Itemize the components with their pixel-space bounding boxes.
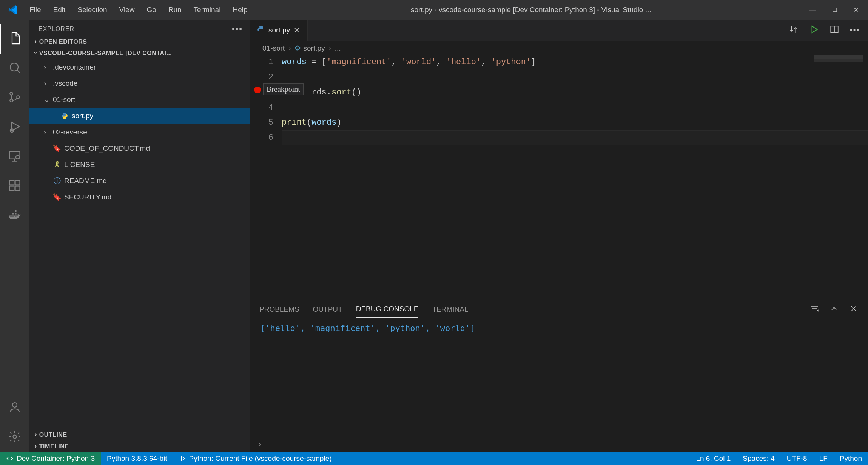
chevron-right-icon: › <box>35 443 37 450</box>
section-open-editors[interactable]: › OPEN EDITORS <box>29 36 250 48</box>
status-eol[interactable]: LF <box>813 452 834 465</box>
chevron-down-icon: ⌄ <box>44 95 50 104</box>
status-run-config[interactable]: Python: Current File (vscode-course-samp… <box>173 452 338 465</box>
tree-item-label: .vscode <box>53 79 77 88</box>
panel-filter-icon[interactable] <box>810 304 819 315</box>
tree-item-label: README.md <box>64 177 107 185</box>
panel-tab-output[interactable]: OUTPUT <box>313 301 342 317</box>
panel-close-icon[interactable] <box>849 304 858 315</box>
line-number-gutter: 123456 <box>250 55 282 145</box>
editor-more-icon[interactable]: ••• <box>850 26 860 34</box>
chevron-right-icon: › <box>259 440 261 448</box>
chevron-right-icon: › <box>288 44 291 53</box>
svg-rect-8 <box>15 180 20 185</box>
close-button[interactable]: ✕ <box>853 6 859 14</box>
status-cursor[interactable]: Ln 6, Col 1 <box>690 452 737 465</box>
run-file-icon[interactable] <box>809 25 819 36</box>
svg-point-3 <box>17 96 20 99</box>
status-language[interactable]: Python <box>834 452 868 465</box>
panel-tab-debug-console[interactable]: DEBUG CONSOLE <box>356 301 419 318</box>
breadcrumb-segment[interactable]: ... <box>335 44 341 53</box>
chevron-right-icon: › <box>44 128 50 136</box>
activity-bar <box>0 20 29 452</box>
status-python[interactable]: Python 3.8.3 64-bit <box>101 452 173 465</box>
status-encoding[interactable]: UTF-8 <box>781 452 813 465</box>
settings-gear-icon[interactable] <box>0 423 29 452</box>
sidebar-title: EXPLORER <box>39 26 74 32</box>
remote-explorer-icon[interactable] <box>0 142 29 171</box>
folder-01-sort[interactable]: ⌄01-sort <box>29 91 250 108</box>
sidebar-more-icon[interactable]: ••• <box>232 24 243 34</box>
chevron-right-icon: › <box>329 44 331 53</box>
section-outline[interactable]: › OUTLINE <box>29 429 250 440</box>
chevron-right-icon: › <box>44 63 50 71</box>
debug-console-output[interactable]: ['hello', 'magnificent', 'python', 'worl… <box>250 320 868 436</box>
sidebar-explorer: EXPLORER ••• › OPEN EDITORS › VSCODE-COU… <box>29 20 250 452</box>
breadcrumb-segment[interactable]: ⚙sort.py <box>294 44 325 53</box>
svg-point-11 <box>12 403 17 407</box>
section-workspace[interactable]: › VSCODE-COURSE-SAMPLE [DEV CONTAI... <box>29 48 250 59</box>
extensions-icon[interactable] <box>0 171 29 201</box>
tree-item-label: 01-sort <box>53 96 75 104</box>
section-timeline[interactable]: › TIMELINE <box>29 440 250 452</box>
menu-terminal[interactable]: Terminal <box>188 3 226 16</box>
chevron-right-icon: › <box>35 431 37 438</box>
tree-item-label: sort.py <box>72 112 93 120</box>
minimize-button[interactable]: — <box>809 6 816 14</box>
minimap[interactable] <box>814 55 863 70</box>
file-LICENSE[interactable]: 🎗LICENSE <box>29 156 250 173</box>
breakpoint-icon[interactable] <box>254 87 261 93</box>
tab-label: sort.py <box>268 26 290 34</box>
menu-file[interactable]: File <box>24 3 46 16</box>
file-SECURITY.md[interactable]: 🔖SECURITY.md <box>29 189 250 205</box>
folder-.devcontainer[interactable]: ›.devcontainer <box>29 59 250 75</box>
run-debug-icon[interactable] <box>0 113 29 142</box>
panel-tab-problems[interactable]: PROBLEMS <box>259 301 299 317</box>
folder-.vscode[interactable]: ›.vscode <box>29 75 250 91</box>
tab-sort-py[interactable]: sort.py ✕ <box>250 20 308 41</box>
file-sort.py[interactable]: sort.py <box>29 108 250 124</box>
panel-collapse-icon[interactable] <box>829 304 839 315</box>
compare-changes-icon[interactable] <box>789 25 799 36</box>
split-editor-icon[interactable] <box>829 25 839 36</box>
code-editor[interactable]: 123456 words = ['magnificent', 'world', … <box>250 55 868 145</box>
tree-item-label: SECURITY.md <box>64 193 111 201</box>
explorer-icon[interactable] <box>0 24 29 54</box>
code-lines[interactable]: words = ['magnificent', 'world', 'hello'… <box>282 55 868 145</box>
folder-02-reverse[interactable]: ›02-reverse <box>29 124 250 140</box>
file-CODE_OF_CONDUCT.md[interactable]: 🔖CODE_OF_CONDUCT.md <box>29 140 250 156</box>
svg-rect-9 <box>10 186 14 190</box>
tab-close-icon[interactable]: ✕ <box>294 26 300 35</box>
search-icon[interactable] <box>0 54 29 83</box>
breadcrumb[interactable]: 01-sort›⚙sort.py›... <box>250 41 868 55</box>
vscode-logo-icon <box>8 5 18 15</box>
tree-item-label: CODE_OF_CONDUCT.md <box>64 144 150 153</box>
maximize-button[interactable]: □ <box>833 6 837 14</box>
python-file-icon: ⚙ <box>294 44 301 52</box>
tree-item-label: .devcontainer <box>53 63 96 71</box>
svg-point-0 <box>10 63 18 71</box>
docker-icon[interactable] <box>0 201 29 230</box>
breadcrumb-segment[interactable]: 01-sort <box>262 44 285 53</box>
svg-point-12 <box>13 435 17 438</box>
source-control-icon[interactable] <box>0 83 29 113</box>
menu-view[interactable]: View <box>114 3 140 16</box>
menu-selection[interactable]: Selection <box>72 3 112 16</box>
menu-run[interactable]: Run <box>163 3 187 16</box>
chevron-right-icon: › <box>44 79 50 88</box>
editor-tab-bar: sort.py ✕ ••• <box>250 20 868 41</box>
menu-go[interactable]: Go <box>141 3 161 16</box>
menu-edit[interactable]: Edit <box>48 3 71 16</box>
debug-console-prompt[interactable]: › <box>250 436 868 452</box>
file-README.md[interactable]: ⓘREADME.md <box>29 173 250 189</box>
accounts-icon[interactable] <box>0 393 29 423</box>
chevron-right-icon: › <box>35 38 37 45</box>
svg-point-1 <box>10 92 13 95</box>
panel-tab-terminal[interactable]: TERMINAL <box>432 301 468 317</box>
svg-point-6 <box>16 155 19 159</box>
status-remote[interactable]: Dev Container: Python 3 <box>0 452 101 465</box>
status-indent[interactable]: Spaces: 4 <box>737 452 781 465</box>
svg-rect-10 <box>15 186 20 190</box>
menu-help[interactable]: Help <box>227 3 253 16</box>
editor-area: sort.py ✕ ••• 01-sort›⚙sort.py›... 12345… <box>250 20 868 452</box>
